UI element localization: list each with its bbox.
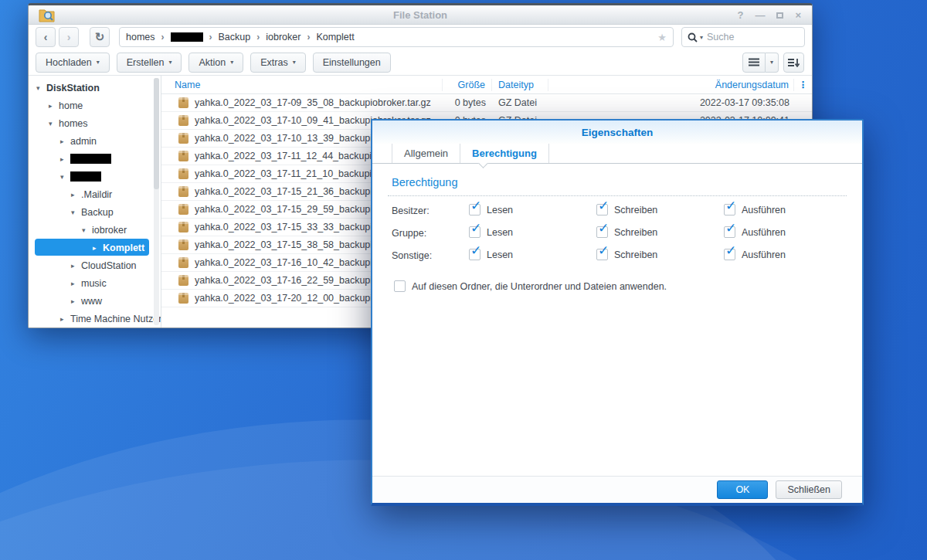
breadcrumb-item-backup[interactable]: Backup xyxy=(219,32,251,42)
help-button[interactable]: ? xyxy=(737,10,743,20)
toolbar: Hochladen▾Erstellen▾Aktion▾Extras▾Einste… xyxy=(29,49,812,76)
titlebar[interactable]: File Station ?—× xyxy=(29,5,812,25)
sidebar-item-iobroker[interactable]: ▾iobroker xyxy=(29,221,161,239)
toolbar-button-label: Aktion xyxy=(199,57,226,68)
chevron-right-icon[interactable]: ▸ xyxy=(49,102,59,110)
star-icon[interactable]: ★ xyxy=(657,32,667,43)
erstellen-button[interactable]: Erstellen▾ xyxy=(117,53,182,73)
column-header-aenderungsdatum[interactable]: Änderungsdatum xyxy=(548,79,794,91)
sidebar-item-komplett[interactable]: ▸Komplett xyxy=(29,239,161,256)
forward-button[interactable]: › xyxy=(59,27,79,47)
sidebar-item-music[interactable]: ▸music xyxy=(29,274,161,292)
lesen-checkbox[interactable]: ✓ xyxy=(469,249,480,260)
sidebar-item-admin[interactable]: ▸admin xyxy=(29,132,161,150)
apply-checkbox[interactable] xyxy=(394,280,406,292)
file-list-header: NameGrößeDateitypÄnderungsdatum⋮ xyxy=(161,76,812,94)
chevron-down-icon: ▾ xyxy=(168,59,171,66)
chevron-right-icon[interactable]: ▸ xyxy=(71,297,81,305)
schreiben-checkbox[interactable]: ✓ xyxy=(596,204,608,216)
sidebar-item-www[interactable]: ▸www xyxy=(29,292,161,310)
chevron-down-icon[interactable]: ▾ xyxy=(71,209,81,216)
sidebar-scrollbar[interactable] xyxy=(154,78,159,325)
hochladen-button[interactable]: Hochladen▾ xyxy=(36,53,110,73)
tab-berechtigung[interactable]: Berechtigung xyxy=(460,144,549,163)
dialog-body: Berechtigung Besitzer:✓Lesen✓Schreiben✓A… xyxy=(372,164,862,476)
schreiben-checkbox[interactable]: ✓ xyxy=(596,226,608,238)
chevron-right-icon[interactable]: ▸ xyxy=(60,155,70,163)
dialog-footer: OKSchließen xyxy=(372,476,862,503)
extras-button[interactable]: Extras▾ xyxy=(250,53,305,73)
chevron-down-icon[interactable]: ▾ xyxy=(49,120,59,127)
sidebar-item-homes[interactable]: ▾homes xyxy=(29,114,161,132)
chevron-down-icon[interactable]: ▾ xyxy=(700,34,703,41)
lesen-checkbox[interactable]: ✓ xyxy=(469,226,480,238)
dialog-title[interactable]: Eigenschaften xyxy=(372,120,862,144)
breadcrumb[interactable]: homes››Backup›iobroker›Komplett ★ xyxy=(119,27,674,47)
sidebar-item-label: homes xyxy=(59,118,88,129)
sort-button[interactable] xyxy=(783,53,804,73)
view-dropdown-button[interactable]: ▾ xyxy=(766,53,779,73)
scrollbar-thumb[interactable] xyxy=(154,78,159,189)
chevron-right-icon[interactable]: ▸ xyxy=(71,280,81,287)
sidebar-item-home[interactable]: ▸home xyxy=(29,97,161,114)
column-header-groesse[interactable]: Größe xyxy=(443,79,492,91)
ausführen-checkbox[interactable]: ✓ xyxy=(724,249,735,260)
column-header-name[interactable]: Name xyxy=(161,79,443,91)
chevron-right-icon[interactable]: ▸ xyxy=(71,191,81,199)
archive-file-icon xyxy=(178,293,188,304)
archive-file-icon xyxy=(178,204,188,215)
tab-allgemein[interactable]: Allgemein xyxy=(392,144,460,163)
checkmark-icon: ✓ xyxy=(470,244,481,257)
search-input[interactable] xyxy=(705,31,783,43)
permission-owner-label: Besitzer: xyxy=(392,205,430,216)
back-button[interactable]: ‹ xyxy=(36,27,56,47)
sidebar-item-diskstation[interactable]: ▾DiskStation xyxy=(29,79,161,97)
maximize-button[interactable] xyxy=(776,10,783,20)
sidebar-item-cloudstation[interactable]: ▸CloudStation xyxy=(29,256,161,274)
aktion-button[interactable]: Aktion▾ xyxy=(188,53,243,73)
sidebar-item-label: Time Machine Nutzer xyxy=(70,314,161,324)
sidebar-item-label: iobroker xyxy=(92,225,127,236)
sidebar-item-label: Backup xyxy=(81,207,114,218)
sidebar-item-time-machine-nutzer[interactable]: ▸Time Machine Nutzer xyxy=(29,310,161,328)
chevron-down-icon[interactable]: ▾ xyxy=(60,173,70,181)
checkmark-icon: ✓ xyxy=(598,244,609,257)
sidebar-item-redacted[interactable]: ▸ xyxy=(29,150,161,168)
sidebar-item-backup[interactable]: ▾Backup xyxy=(29,203,161,221)
view-controls: ▾ xyxy=(742,53,804,73)
close-button[interactable]: × xyxy=(795,10,801,20)
chevron-right-icon[interactable]: ▸ xyxy=(60,137,70,145)
refresh-button[interactable]: ↻ xyxy=(90,27,110,47)
breadcrumb-item-komplett[interactable]: Komplett xyxy=(316,32,354,42)
permission-group: ✓Ausführen xyxy=(724,204,786,216)
sidebar-item-redacted[interactable]: ▾ xyxy=(29,168,161,185)
permission-group: ✓Lesen xyxy=(469,204,513,216)
search-box[interactable]: ▾ xyxy=(681,27,805,47)
permission-group: ✓Lesen xyxy=(469,249,513,260)
column-header-dateityp[interactable]: Dateityp xyxy=(492,79,548,91)
column-options-icon[interactable]: ⋮ xyxy=(794,79,812,91)
breadcrumb-item-iobroker[interactable]: iobroker xyxy=(266,32,301,42)
lesen-checkbox[interactable]: ✓ xyxy=(469,204,480,216)
redacted-label xyxy=(70,171,101,182)
permission-group: ✓Ausführen xyxy=(724,226,786,238)
schlieen-button[interactable]: Schließen xyxy=(776,480,842,499)
list-view-button[interactable] xyxy=(742,53,766,73)
ok-button[interactable]: OK xyxy=(717,480,768,499)
minimize-button[interactable]: — xyxy=(755,10,765,20)
chevron-right-icon[interactable]: ▸ xyxy=(93,244,103,252)
sidebar-item-label: Komplett xyxy=(103,243,144,253)
sidebar-item--maildir[interactable]: ▸.Maildir xyxy=(29,185,161,203)
einstellungen-button[interactable]: Einstellungen xyxy=(313,53,391,73)
redacted-label xyxy=(70,154,111,164)
ausführen-checkbox[interactable]: ✓ xyxy=(724,226,735,238)
breadcrumb-item-homes[interactable]: homes xyxy=(126,32,155,42)
chevron-right-icon[interactable]: ▸ xyxy=(60,315,70,323)
chevron-down-icon[interactable]: ▾ xyxy=(82,226,92,234)
ausführen-checkbox[interactable]: ✓ xyxy=(724,204,735,216)
chevron-right-icon[interactable]: ▸ xyxy=(71,262,81,270)
archive-file-icon xyxy=(178,186,188,197)
schreiben-checkbox[interactable]: ✓ xyxy=(596,249,608,260)
file-row[interactable]: yahka.0_2022_03_17-09_35_08_backupiobrok… xyxy=(161,94,812,112)
chevron-down-icon[interactable]: ▾ xyxy=(36,84,46,92)
